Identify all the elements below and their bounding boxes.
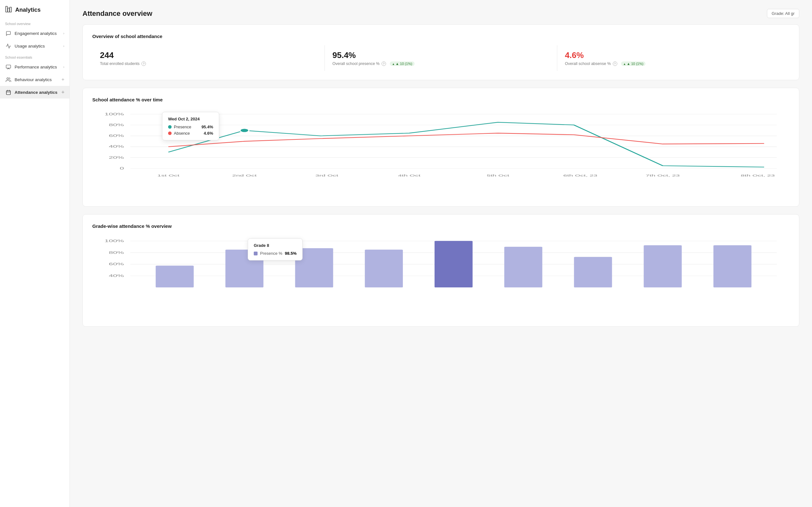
bar-chart-svg: 100% 80% 60% 40% — [92, 235, 790, 305]
tooltip-val-absence: 4.6% — [204, 131, 213, 135]
svg-rect-0 — [6, 6, 8, 12]
behaviour-plus-icon[interactable]: + — [61, 77, 64, 82]
tooltip-label-presence: Presence — [168, 124, 191, 129]
svg-text:4th Oct: 4th Oct — [398, 174, 420, 177]
info-icon-total[interactable]: ? — [142, 61, 146, 66]
section-label-school-overview: School overview — [0, 19, 69, 27]
svg-text:20%: 20% — [109, 156, 124, 159]
svg-text:8th Oct, 23: 8th Oct, 23 — [741, 174, 774, 177]
tooltip-dot-presence — [168, 125, 171, 129]
svg-rect-42 — [435, 241, 473, 287]
engagement-icon — [5, 30, 11, 37]
grade-chart-tooltip: Grade 8 Presence % 98.5% — [248, 238, 303, 261]
svg-text:60%: 60% — [109, 262, 124, 266]
svg-text:7th Oct, 23: 7th Oct, 23 — [646, 174, 680, 177]
grade-filter-button[interactable]: Grade: All gr — [767, 9, 799, 18]
line-chart-tooltip: Wed Oct 2, 2024 Presence 95.4% Absence — [162, 112, 219, 140]
svg-rect-2 — [10, 7, 11, 12]
grade-tooltip-title: Grade 8 — [254, 243, 297, 248]
sidebar-header: Analytics — [0, 0, 69, 19]
stat-value-presence: 95.4% — [333, 50, 549, 60]
svg-rect-1 — [8, 8, 9, 12]
analytics-icon — [5, 6, 12, 14]
svg-rect-5 — [6, 90, 10, 95]
performance-analytics-label: Performance analytics — [14, 65, 57, 69]
bar-chart-card: Grade-wise attendance % overview 100% 80… — [83, 214, 799, 327]
behaviour-icon — [5, 76, 11, 83]
info-icon-presence[interactable]: ? — [382, 61, 386, 66]
svg-text:40%: 40% — [109, 274, 124, 278]
svg-rect-43 — [504, 247, 542, 287]
sidebar-item-behaviour-analytics[interactable]: Behaviour analytics + — [0, 73, 69, 86]
svg-rect-38 — [156, 266, 194, 287]
svg-rect-46 — [713, 245, 751, 287]
svg-point-4 — [7, 78, 9, 79]
sidebar-title: Analytics — [15, 7, 41, 13]
absence-badge: ▲ 10 (1%) — [621, 61, 646, 66]
svg-text:60%: 60% — [109, 134, 124, 138]
attendance-icon — [5, 89, 11, 95]
stat-label-absence: Overall school absense % ? ▲ 10 (1%) — [565, 61, 782, 66]
line-chart-card: School attendance % over time 100% 80% 6… — [83, 88, 799, 207]
performance-chevron-icon: › — [63, 65, 64, 69]
svg-text:100%: 100% — [105, 112, 124, 116]
svg-text:5th Oct: 5th Oct — [487, 174, 509, 177]
page-header: Attendance overview Grade: All gr — [70, 0, 812, 24]
stat-value-total: 244 — [100, 50, 317, 60]
main-content: Attendance overview Grade: All gr Overvi… — [70, 0, 812, 507]
sidebar-item-engagement-analytics[interactable]: Engagement analytics › — [0, 27, 69, 40]
stat-presence: 95.4% Overall school presence % ? ▲ 10 (… — [325, 45, 557, 71]
svg-text:1st Oct: 1st Oct — [157, 174, 180, 177]
svg-text:6th Oct, 23: 6th Oct, 23 — [563, 174, 597, 177]
svg-text:2nd Oct: 2nd Oct — [232, 174, 257, 177]
sidebar: Analytics School overview Engagement ana… — [0, 0, 70, 507]
svg-rect-44 — [574, 257, 612, 287]
svg-text:80%: 80% — [109, 250, 124, 255]
stat-value-absence: 4.6% — [565, 50, 782, 60]
behaviour-analytics-label: Behaviour analytics — [14, 77, 52, 82]
stat-absence: 4.6% Overall school absense % ? ▲ 10 (1%… — [557, 45, 790, 71]
usage-analytics-label: Usage analytics — [14, 44, 45, 49]
tooltip-row-presence: Presence 95.4% — [168, 124, 213, 129]
svg-text:0: 0 — [120, 167, 124, 170]
tooltip-row-absence: Absence 4.6% — [168, 131, 213, 135]
svg-point-21 — [240, 129, 249, 132]
sidebar-item-performance-analytics[interactable]: Performance analytics › — [0, 60, 69, 73]
presence-badge: ▲ 10 (1%) — [390, 61, 415, 66]
tooltip-label-absence: Absence — [168, 131, 190, 135]
svg-rect-3 — [6, 65, 10, 68]
grade-tooltip-row: Presence % 98.5% — [254, 251, 297, 256]
grade-tooltip-label: Presence % — [260, 251, 282, 256]
bar-chart-title: Grade-wise attendance % overview — [92, 223, 790, 229]
attendance-plus-icon[interactable]: + — [61, 89, 64, 95]
page-title: Attendance overview — [83, 9, 152, 18]
overview-card-title: Overview of school attendance — [92, 34, 790, 39]
engagement-chevron-icon: › — [63, 32, 64, 35]
svg-text:3rd Oct: 3rd Oct — [315, 174, 338, 177]
performance-icon — [5, 64, 11, 70]
tooltip-val-presence: 95.4% — [201, 124, 213, 129]
stat-label-total: Total enrolled students ? — [100, 61, 317, 66]
bar-chart-container: 100% 80% 60% 40% — [92, 235, 790, 318]
sidebar-item-attendance-analytics[interactable]: Attendance analytics + — [0, 86, 69, 99]
svg-text:100%: 100% — [105, 239, 124, 243]
svg-rect-41 — [365, 250, 403, 287]
grade-tooltip-val: 98.5% — [285, 251, 297, 256]
line-chart-container: 100% 80% 60% 40% 20% 0 1st Oct 2nd Oct — [92, 109, 790, 198]
engagement-analytics-label: Engagement analytics — [14, 31, 57, 36]
tooltip-dot-absence — [168, 131, 171, 135]
info-icon-absence[interactable]: ? — [613, 61, 617, 66]
svg-rect-45 — [644, 245, 681, 287]
overview-card: Overview of school attendance 244 Total … — [83, 24, 799, 80]
tooltip-date: Wed Oct 2, 2024 — [168, 117, 213, 121]
stat-label-presence: Overall school presence % ? ▲ 10 (1%) — [333, 61, 549, 66]
section-label-school-essentials: School essentials — [0, 52, 69, 60]
stat-total-students: 244 Total enrolled students ? — [92, 45, 325, 71]
svg-text:40%: 40% — [109, 145, 124, 149]
grade-tooltip-square — [254, 251, 258, 256]
content-area: Overview of school attendance 244 Total … — [70, 24, 812, 344]
svg-text:80%: 80% — [109, 123, 124, 127]
line-chart-title: School attendance % over time — [92, 97, 790, 102]
sidebar-item-usage-analytics[interactable]: Usage analytics › — [0, 40, 69, 52]
usage-chevron-icon: › — [63, 44, 64, 48]
